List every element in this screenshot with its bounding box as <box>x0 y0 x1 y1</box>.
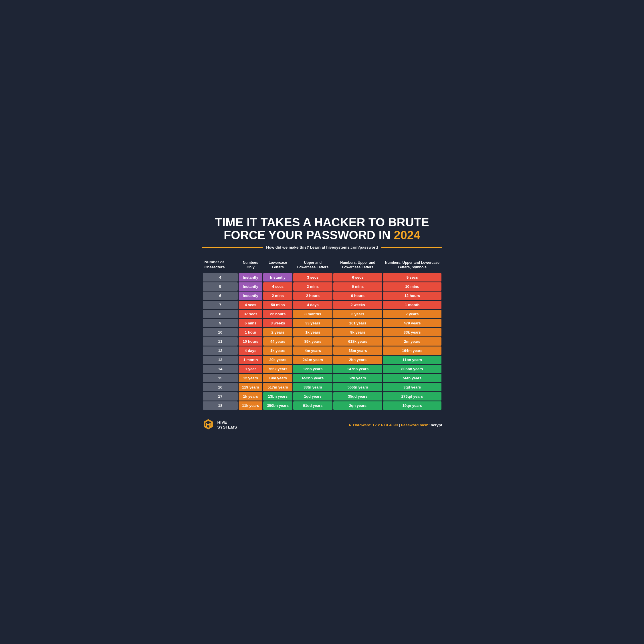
password-table: Number of Characters Numbers Only Lowerc… <box>202 256 442 411</box>
subtitle-text: How did we make this? Learn at hivesyste… <box>266 245 378 249</box>
subtitle-divider-right <box>381 247 442 248</box>
row-num-cell: 6 <box>203 292 238 300</box>
cell-row9-col2: 1k years <box>263 346 292 355</box>
table-row: 96 mins3 weeks33 years161 years479 years <box>203 319 441 327</box>
footer-arrow: ► <box>348 423 352 427</box>
table-row: 4InstantlyInstantly3 secs6 secs9 secs <box>203 273 441 282</box>
table-row: 1110 hours44 years89k years618k years2m … <box>203 337 441 346</box>
cell-row3-col4: 6 hours <box>333 292 382 300</box>
cell-row2-col2: 4 secs <box>263 282 292 291</box>
cell-row4-col1: 4 secs <box>239 301 262 309</box>
cell-row4-col5: 1 month <box>383 301 441 309</box>
footer-hardware-label-text: Hardware: <box>353 423 371 427</box>
cell-row6-col2: 3 weeks <box>263 319 292 327</box>
row-num-cell: 16 <box>203 383 238 391</box>
row-num-cell: 9 <box>203 319 238 327</box>
cell-row2-col5: 10 mins <box>383 282 441 291</box>
cell-row9-col4: 38m years <box>333 346 382 355</box>
col-header-numbers-only: Numbers Only <box>239 257 262 272</box>
cell-row4-col4: 2 weeks <box>333 301 382 309</box>
table-row: 131 month29k years241m years2bn years11b… <box>203 356 441 364</box>
cell-row8-col4: 618k years <box>333 337 382 346</box>
cell-row1-col2: Instantly <box>263 273 292 282</box>
table-row: 74 secs50 mins4 days2 weeks1 month <box>203 301 441 309</box>
cell-row7-col2: 2 years <box>263 328 292 336</box>
logo-name-text: HIVE SYSTEMS <box>217 420 237 430</box>
cell-row5-col1: 37 secs <box>239 310 262 318</box>
cell-row1-col5: 9 secs <box>383 273 441 282</box>
cell-row10-col1: 1 month <box>239 356 262 364</box>
cell-row11-col4: 147bn years <box>333 365 382 373</box>
cell-row14-col2: 13bn years <box>263 392 292 401</box>
cell-row15-col1: 11k years <box>239 401 262 410</box>
row-num-cell: 15 <box>203 374 238 382</box>
row-num-cell: 13 <box>203 356 238 364</box>
cell-row14-col5: 276qd years <box>383 392 441 401</box>
main-container: TIME IT TAKES A HACKER TO BRUTE FORCE YO… <box>193 207 451 437</box>
page-title: TIME IT TAKES A HACKER TO BRUTE FORCE YO… <box>202 216 442 242</box>
cell-row11-col5: 805bn years <box>383 365 441 373</box>
col-header-lowercase: Lowercase Letters <box>263 257 292 272</box>
cell-row1-col4: 6 secs <box>333 273 382 282</box>
row-num-cell: 5 <box>203 282 238 291</box>
table-row: 5Instantly4 secs2 mins6 mins10 mins <box>203 282 441 291</box>
cell-row7-col1: 1 hour <box>239 328 262 336</box>
cell-row8-col1: 10 hours <box>239 337 262 346</box>
cell-row2-col4: 6 mins <box>333 282 382 291</box>
cell-row15-col3: 91qd years <box>293 401 332 410</box>
cell-row9-col5: 164m years <box>383 346 441 355</box>
cell-row9-col3: 4m years <box>293 346 332 355</box>
cell-row15-col5: 19qn years <box>383 401 441 410</box>
cell-row6-col4: 161 years <box>333 319 382 327</box>
cell-row10-col3: 241m years <box>293 356 332 364</box>
cell-row4-col2: 50 mins <box>263 301 292 309</box>
cell-row11-col3: 12bn years <box>293 365 332 373</box>
title-year: 2024 <box>394 228 421 242</box>
svg-rect-4 <box>206 424 211 425</box>
row-num-cell: 4 <box>203 273 238 282</box>
footer-hash-value: bcrypt <box>431 423 442 427</box>
col-header-num: Number of Characters <box>203 257 238 272</box>
footer-info: ► Hardware: 12 x RTX 4090 | Password has… <box>348 423 442 427</box>
row-num-cell: 11 <box>203 337 238 346</box>
col-header-num-upper-lower: Numbers, Upper and Lowercase Letters <box>333 257 382 272</box>
cell-row2-col3: 2 mins <box>293 282 332 291</box>
cell-row8-col5: 2m years <box>383 337 441 346</box>
cell-row6-col3: 33 years <box>293 319 332 327</box>
title-line1: TIME IT TAKES A HACKER TO BRUTE <box>215 215 429 229</box>
cell-row6-col1: 6 mins <box>239 319 262 327</box>
table-row: 171k years13bn years1qd years35qd years2… <box>203 392 441 401</box>
cell-row12-col2: 19m years <box>263 374 292 382</box>
row-num-cell: 14 <box>203 365 238 373</box>
cell-row13-col3: 33tn years <box>293 383 332 391</box>
cell-row3-col3: 2 hours <box>293 292 332 300</box>
cell-row12-col3: 652bn years <box>293 374 332 382</box>
cell-row8-col2: 44 years <box>263 337 292 346</box>
table-row: 124 days1k years4m years38m years164m ye… <box>203 346 441 355</box>
cell-row8-col3: 89k years <box>293 337 332 346</box>
footer-separator: | <box>399 423 400 427</box>
logo: HIVE SYSTEMS <box>202 419 237 431</box>
cell-row15-col4: 2qn years <box>333 401 382 410</box>
cell-row11-col1: 1 year <box>239 365 262 373</box>
cell-row4-col3: 4 days <box>293 301 332 309</box>
cell-row7-col4: 9k years <box>333 328 382 336</box>
row-num-cell: 17 <box>203 392 238 401</box>
footer-hardware-value: 12 x RTX 4090 <box>372 423 398 427</box>
table-row: 1811k years350bn years91qd years2qn year… <box>203 401 441 410</box>
cell-row14-col4: 35qd years <box>333 392 382 401</box>
row-num-cell: 7 <box>203 301 238 309</box>
cell-row14-col1: 1k years <box>239 392 262 401</box>
table-row: 141 year766k years12bn years147bn years8… <box>203 365 441 373</box>
cell-row14-col3: 1qd years <box>293 392 332 401</box>
table-row: 101 hour2 years1k years9k years33k years <box>203 328 441 336</box>
cell-row7-col5: 33k years <box>383 328 441 336</box>
cell-row12-col1: 12 years <box>239 374 262 382</box>
cell-row12-col5: 56tn years <box>383 374 441 382</box>
cell-row1-col3: 3 secs <box>293 273 332 282</box>
footer-hash-label: Password hash: <box>401 423 430 427</box>
row-num-cell: 10 <box>203 328 238 336</box>
cell-row5-col5: 7 years <box>383 310 441 318</box>
cell-row10-col5: 11bn years <box>383 356 441 364</box>
cell-row1-col1: Instantly <box>239 273 262 282</box>
